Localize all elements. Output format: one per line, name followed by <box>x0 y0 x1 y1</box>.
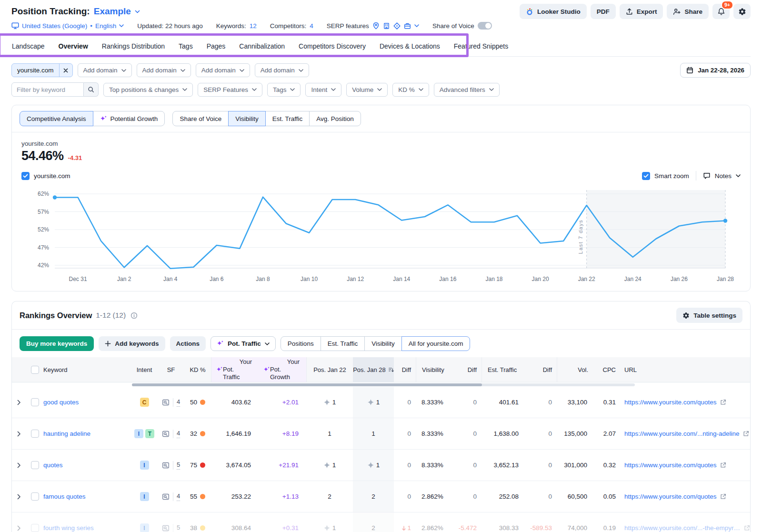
serp-preview-icon[interactable] <box>162 462 170 469</box>
intent-badge-i[interactable]: I <box>134 429 143 438</box>
settings-button[interactable] <box>733 4 751 19</box>
tab-cannibalization[interactable]: Cannibalization <box>239 41 285 56</box>
tab-featured-snippets[interactable]: Featured Snippets <box>453 41 509 56</box>
column-volume[interactable]: Vol. <box>557 357 595 382</box>
keyword-link[interactable]: good quotes <box>43 399 79 406</box>
keyword-link[interactable]: quotes <box>43 462 63 469</box>
info-icon[interactable] <box>130 312 138 319</box>
competitors-value[interactable]: 4 <box>310 22 313 30</box>
tab-overview[interactable]: Overview <box>58 41 89 56</box>
row-expand-button[interactable] <box>12 512 26 532</box>
keyword-link[interactable]: famous quotes <box>43 493 86 500</box>
keywords-count[interactable]: Keywords:12 <box>216 22 257 30</box>
column-diff-visibility[interactable]: Diff <box>458 357 481 382</box>
tab-share-of-voice[interactable]: Share of Voice <box>172 111 229 126</box>
tab-avg-position[interactable]: Avg. Position <box>309 111 361 126</box>
serp-preview-icon[interactable] <box>162 493 170 501</box>
column-visibility[interactable]: Visibility <box>416 357 458 382</box>
external-link-icon[interactable] <box>720 493 726 500</box>
column-keyword[interactable]: Keyword <box>43 357 131 382</box>
external-link-icon[interactable] <box>720 462 726 468</box>
keyword-search-button[interactable] <box>84 82 99 97</box>
keyword-filter-input[interactable] <box>11 82 84 97</box>
serp-preview-icon[interactable] <box>162 399 170 406</box>
intent-badge-i[interactable]: I <box>140 523 149 532</box>
intent-badge-c[interactable]: C <box>140 398 149 407</box>
keywords-value[interactable]: 12 <box>250 22 257 30</box>
table-settings-button[interactable]: Table settings <box>676 308 742 323</box>
tab-potential-growth[interactable]: Potential Growth <box>93 111 165 126</box>
serp-features-count[interactable]: 4 <box>177 398 180 407</box>
filter-dropdown-top-positions-changes[interactable]: Top positions & changes <box>103 83 193 97</box>
add-domain-button[interactable]: Add domain <box>137 63 191 77</box>
external-link-icon[interactable] <box>743 431 749 437</box>
tab-competitive-analysis[interactable]: Competitive Analysis <box>20 111 93 126</box>
tab-positions[interactable]: Positions <box>281 336 321 351</box>
pot-traffic-dropdown[interactable]: Pot. Traffic <box>211 336 276 351</box>
column-kd[interactable]: KD % <box>184 357 211 382</box>
tab-all-for-yoursite-com[interactable]: All for yoursite.com <box>401 336 471 351</box>
row-checkbox[interactable] <box>31 461 39 469</box>
filter-dropdown-advanced-filters[interactable]: Advanced filters <box>434 83 500 97</box>
add-domain-button[interactable]: Add domain <box>196 63 250 77</box>
add-keywords-button[interactable]: Add keywords <box>99 336 165 351</box>
visibility-trend-chart[interactable]: 62%57%52%47%42%Last 7 daysDec 31Jan 2Jan… <box>12 181 750 291</box>
column-diff-pos[interactable]: Diff <box>394 357 416 382</box>
share-of-voice-toggle[interactable] <box>478 22 492 30</box>
date-range-button[interactable]: Jan 22-28, 2026 <box>680 63 751 78</box>
intent-badge-t[interactable]: T <box>145 429 154 438</box>
column-est-traffic[interactable]: Est. Traffic <box>481 357 526 382</box>
notes-dropdown[interactable]: Notes <box>703 172 741 180</box>
export-button[interactable]: Export <box>620 4 663 19</box>
column-cpc[interactable]: CPC <box>595 357 619 382</box>
serp-features-count[interactable]: 5 <box>177 523 180 532</box>
column-pos-jan22[interactable]: Pos. Jan 22 <box>306 357 353 382</box>
notifications-button[interactable]: 9+ <box>712 4 730 19</box>
buy-more-keywords-button[interactable]: Buy more keywords <box>20 336 94 351</box>
smart-zoom-checkbox[interactable] <box>642 172 650 180</box>
looker-studio-button[interactable]: Looker Studio <box>520 4 587 19</box>
share-button[interactable]: Share <box>667 4 709 19</box>
tab-est-traffic[interactable]: Est. Traffic <box>321 336 365 351</box>
tab-devices-locations[interactable]: Devices & Locations <box>379 41 441 56</box>
filter-dropdown-volume[interactable]: Volume <box>346 83 388 97</box>
competitors-count[interactable]: Competitors:4 <box>270 22 313 30</box>
serp-features-count[interactable]: 4 <box>177 429 180 438</box>
column-pot-growth[interactable]: YourPot. Growth <box>259 357 306 382</box>
project-selector[interactable]: Example <box>94 6 131 17</box>
intent-badge-i[interactable]: I <box>140 492 149 501</box>
pdf-button[interactable]: PDF <box>591 4 616 19</box>
locale-selector[interactable]: United States (Google) • English <box>11 22 124 30</box>
add-domain-button[interactable]: Add domain <box>78 63 132 77</box>
row-checkbox[interactable] <box>31 524 39 532</box>
serp-preview-icon[interactable] <box>162 524 170 532</box>
column-intent[interactable]: Intent <box>131 357 158 382</box>
serp-features-count[interactable]: 5 <box>177 461 180 470</box>
tab-rankings-distribution[interactable]: Rankings Distribution <box>101 41 165 56</box>
scrollbar-thumb[interactable] <box>132 383 482 386</box>
column-pot-traffic[interactable]: YourPot. Traffic <box>211 357 259 382</box>
row-expand-button[interactable] <box>12 418 26 449</box>
column-sf[interactable]: SF <box>158 357 184 382</box>
external-link-icon[interactable] <box>720 399 726 405</box>
row-checkbox[interactable] <box>31 398 39 406</box>
row-expand-button[interactable] <box>12 450 26 481</box>
column-url[interactable]: URL <box>619 357 750 382</box>
filter-dropdown-serp-features[interactable]: SERP Features <box>198 83 262 97</box>
serp-features-count[interactable]: 4 <box>177 492 180 501</box>
tab-est-traffic[interactable]: Est. Traffic <box>265 111 310 126</box>
tab-landscape[interactable]: Landscape <box>11 41 45 56</box>
column-pos-jan28[interactable]: Pos. Jan 28 <box>353 357 394 382</box>
select-all-checkbox[interactable] <box>31 366 39 374</box>
filter-dropdown-kd[interactable]: KD % <box>392 83 429 97</box>
tab-competitors-discovery[interactable]: Competitors Discovery <box>298 41 366 56</box>
row-expand-button[interactable] <box>12 387 26 418</box>
url-link[interactable]: https://www.yoursite.com/...nting-adelin… <box>624 430 740 437</box>
url-link[interactable]: https://www.yoursite.com/...-the-empyrea… <box>624 524 741 532</box>
row-checkbox[interactable] <box>31 430 39 438</box>
tab-visibility[interactable]: Visibility <box>364 336 402 351</box>
row-expand-button[interactable] <box>12 481 26 512</box>
filter-dropdown-tags[interactable]: Tags <box>267 83 301 97</box>
row-checkbox[interactable] <box>31 492 39 501</box>
filter-dropdown-intent[interactable]: Intent <box>305 83 341 97</box>
